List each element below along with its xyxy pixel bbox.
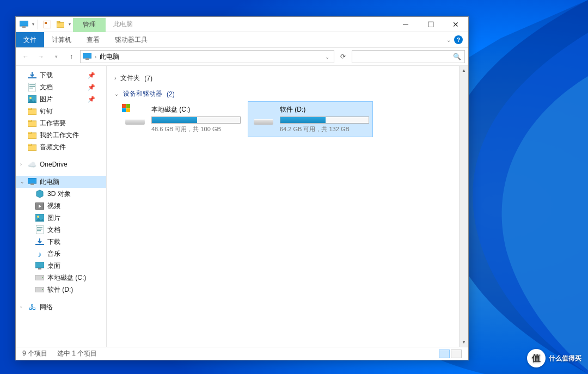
sidebar-this-pc[interactable]: ⌄此电脑 xyxy=(16,176,106,188)
nav-up[interactable]: ↑ xyxy=(65,50,78,63)
help-icon[interactable]: ? xyxy=(454,35,463,44)
sidebar-pc-item[interactable]: 软件 (D:) xyxy=(16,284,106,296)
3d-icon xyxy=(35,189,44,198)
folder-icon xyxy=(28,107,36,115)
breadcrumb[interactable]: 此电脑 xyxy=(100,52,119,62)
system-icon[interactable] xyxy=(18,19,30,30)
svg-rect-34 xyxy=(35,244,44,245)
doc-icon xyxy=(35,225,44,234)
ribbon-tabs: 文件 计算机 查看 驱动器工具 ⌄ ? xyxy=(16,32,468,47)
group-folders[interactable]: › 文件夹 (7) xyxy=(114,70,451,86)
pic-icon xyxy=(28,95,36,103)
status-bar: 9 个项目 选中 1 个项目 xyxy=(16,347,468,360)
tab-view[interactable]: 查看 xyxy=(79,32,107,47)
sidebar-pc-item[interactable]: 文档 xyxy=(16,224,106,236)
nav-recent[interactable]: ▾ xyxy=(50,50,63,63)
chevron-right-icon[interactable]: › xyxy=(93,54,99,60)
svg-rect-6 xyxy=(57,21,60,23)
contextual-tab-manage[interactable]: 管理 xyxy=(73,18,106,32)
qat-new-folder[interactable] xyxy=(54,19,66,30)
svg-rect-36 xyxy=(38,268,41,269)
pin-icon: 📌 xyxy=(88,84,95,91)
sidebar-pc-item[interactable]: 视频 xyxy=(16,200,106,212)
svg-rect-24 xyxy=(28,178,36,183)
close-button[interactable]: ✕ xyxy=(443,17,468,32)
svg-rect-8 xyxy=(85,58,89,60)
drive-stats: 64.2 GB 可用，共 132 GB xyxy=(280,125,369,133)
address-dropdown[interactable]: ⌄ xyxy=(323,54,332,60)
sidebar-pc-item[interactable]: 3D 对象 xyxy=(16,188,106,200)
watermark: 值 什么值得买 xyxy=(527,349,581,367)
drive-item[interactable]: 本地磁盘 (C:)48.6 GB 可用，共 100 GB xyxy=(120,102,244,137)
drive-icon xyxy=(123,105,147,126)
sidebar-pc-item[interactable]: 图片 xyxy=(16,212,106,224)
tab-file[interactable]: 文件 xyxy=(16,32,44,47)
tab-drive-tools[interactable]: 驱动器工具 xyxy=(107,32,155,47)
folder-icon xyxy=(28,131,36,139)
sidebar-pc-item[interactable]: 桌面 xyxy=(16,260,106,272)
scroll-up[interactable]: ▲ xyxy=(460,66,468,75)
qat-customize[interactable]: ▾ xyxy=(69,22,71,27)
sidebar-pc-item[interactable]: ♪音乐 xyxy=(16,248,106,260)
address-box[interactable]: › 此电脑 ⌄ xyxy=(80,50,334,63)
svg-rect-25 xyxy=(30,183,34,185)
svg-rect-30 xyxy=(36,225,44,234)
search-box[interactable]: 🔍 xyxy=(352,50,465,63)
status-count: 9 个项目 xyxy=(22,349,47,358)
download-icon xyxy=(35,237,44,246)
drive-stats: 48.6 GB 可用，共 100 GB xyxy=(151,125,241,133)
svg-rect-4 xyxy=(45,22,47,24)
group-devices[interactable]: ⌄ 设备和驱动器 (2) xyxy=(114,86,451,102)
svg-rect-10 xyxy=(28,83,36,91)
search-icon: 🔍 xyxy=(453,53,461,60)
sidebar-quick-item[interactable]: 工作需要 xyxy=(16,117,106,129)
svg-rect-22 xyxy=(28,145,36,151)
sidebar-quick-item[interactable]: 图片📌 xyxy=(16,93,106,105)
doc-icon xyxy=(28,83,36,91)
pin-icon: 📌 xyxy=(88,72,95,79)
sidebar-pc-item[interactable]: 本地磁盘 (C:) xyxy=(16,272,106,284)
nav-forward[interactable]: → xyxy=(34,50,47,63)
drive-capacity-bar xyxy=(280,117,369,124)
search-input[interactable] xyxy=(356,53,453,60)
scroll-down[interactable]: ▼ xyxy=(460,338,468,347)
drive-icon xyxy=(252,105,275,126)
svg-rect-7 xyxy=(83,53,91,58)
status-selection: 选中 1 个项目 xyxy=(57,349,97,358)
maximize-button[interactable]: ☐ xyxy=(418,17,443,32)
sidebar-onedrive[interactable]: ›☁️OneDrive xyxy=(16,158,106,170)
file-explorer-window: ▾ ▾ 管理 此电脑 ─ ☐ ✕ 文件 计算机 查看 驱动器工具 ⌄ ? ← →… xyxy=(15,16,469,360)
title-bar[interactable]: ▾ ▾ 管理 此电脑 ─ ☐ ✕ xyxy=(16,17,468,32)
navigation-pane[interactable]: 下载📌文档📌图片📌钉钉工作需要我的工作文件音频文件 ›☁️OneDrive ⌄此… xyxy=(16,66,107,347)
refresh-button[interactable]: ⟳ xyxy=(336,50,350,63)
sidebar-quick-item[interactable]: 钉钉 xyxy=(16,105,106,117)
drive-capacity-bar xyxy=(151,117,241,124)
sidebar-quick-item[interactable]: 下载📌 xyxy=(16,69,106,81)
nav-back[interactable]: ← xyxy=(19,50,32,63)
view-details[interactable] xyxy=(439,350,450,358)
sidebar-network[interactable]: ›🖧网络 xyxy=(16,301,106,313)
svg-rect-19 xyxy=(28,120,32,121)
svg-rect-9 xyxy=(28,77,36,78)
svg-rect-43 xyxy=(122,108,126,112)
drive-item[interactable]: 软件 (D:)64.2 GB 可用，共 132 GB xyxy=(248,102,372,137)
scrollbar[interactable]: ▲ ▼ xyxy=(459,66,468,347)
svg-rect-11 xyxy=(29,84,35,85)
svg-rect-12 xyxy=(29,86,35,87)
pin-icon: 📌 xyxy=(88,96,95,103)
sidebar-pc-item[interactable]: 下载 xyxy=(16,236,106,248)
svg-rect-13 xyxy=(29,88,33,89)
ribbon-expand-icon[interactable]: ⌄ xyxy=(446,37,451,43)
minimize-button[interactable]: ─ xyxy=(393,17,418,32)
svg-rect-16 xyxy=(28,109,36,115)
content-pane[interactable]: › 文件夹 (7) ⌄ 设备和驱动器 (2) 本地磁盘 (C:)48.6 GB … xyxy=(107,66,459,347)
svg-rect-35 xyxy=(35,262,44,268)
view-large[interactable] xyxy=(451,350,462,358)
sidebar-quick-item[interactable]: 我的工作文件 xyxy=(16,129,106,141)
qat-properties[interactable] xyxy=(41,19,53,30)
svg-rect-17 xyxy=(28,108,32,109)
tab-computer[interactable]: 计算机 xyxy=(44,32,79,47)
sidebar-quick-item[interactable]: 文档📌 xyxy=(16,81,106,93)
sidebar-quick-item[interactable]: 音频文件 xyxy=(16,141,106,153)
qat-dropdown[interactable]: ▾ xyxy=(32,22,34,27)
